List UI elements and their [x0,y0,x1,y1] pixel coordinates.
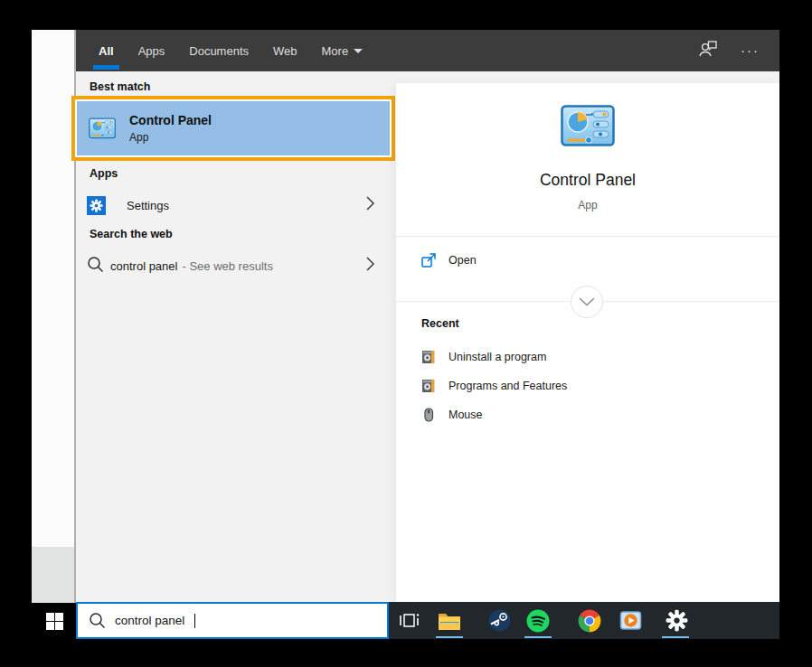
chevron-down-icon [579,297,595,306]
chrome-icon [578,609,601,633]
result-web-search[interactable]: control panel - See web results [76,249,389,283]
settings-gear-icon [666,609,688,632]
mouse-icon [421,408,436,422]
background-window [32,30,74,547]
taskbar [389,602,779,639]
control-panel-icon [89,117,116,139]
file-explorer-icon [438,611,461,631]
windows-logo-icon [46,613,63,630]
start-search-flyout: All Apps Documents Web More [76,30,779,602]
search-icon [89,612,106,629]
best-match-type: App [129,131,212,144]
open-action[interactable]: Open [396,242,779,278]
spotify-icon [526,609,550,633]
tab-web[interactable]: Web [273,30,297,71]
running-indicator [662,636,689,638]
media-player-icon [619,610,642,631]
active-tab-underline [93,65,119,70]
screenshot-root: All Apps Documents Web More [0,0,812,667]
task-view-button[interactable] [391,602,427,639]
tab-all[interactable]: All [99,30,114,71]
running-indicator [436,636,463,638]
taskbar-search-box[interactable]: control panel [76,602,389,639]
result-settings[interactable]: Settings [76,187,389,223]
tab-apps[interactable]: Apps [138,30,165,71]
annotation-highlight-box: Control Panel App [71,96,395,161]
tab-more[interactable]: More [322,30,364,71]
programs-icon [421,379,436,393]
caret-down-icon [354,49,363,53]
background-window-footer [32,547,74,603]
running-indicator [524,636,552,638]
best-match-header: Best match [90,80,150,93]
recent-header: Recent [421,317,459,330]
app-detail-panel: Control Panel App Open [396,83,779,602]
best-match-title: Control Panel [129,113,212,127]
programs-icon [421,350,436,364]
account-icon[interactable] [697,39,719,62]
web-section-header: Search the web [90,228,173,240]
taskbar-spotify[interactable] [520,602,556,639]
expand-chevron-icon[interactable] [364,255,376,277]
search-icon [87,256,104,277]
steam-icon [488,609,511,632]
recent-item-programs-and-features[interactable]: Programs and Features [396,371,779,400]
recent-item-mouse[interactable]: Mouse [396,400,779,429]
search-input-value: control panel [115,614,184,627]
taskbar-media-player[interactable] [612,602,648,639]
web-search-hint: - See web results [182,259,272,273]
text-cursor [194,614,195,628]
start-button[interactable] [40,606,69,635]
settings-app-icon [87,196,106,215]
tab-documents[interactable]: Documents [189,30,249,71]
expand-chevron-icon[interactable] [364,194,376,216]
divider [396,236,779,237]
detail-type: App [396,199,779,211]
search-results-body: Best match Control Panel App Apps [76,71,779,602]
taskbar-chrome[interactable] [571,602,608,639]
result-settings-label: Settings [127,199,169,212]
header-actions: ··· [697,39,779,62]
task-view-icon [399,611,420,630]
open-external-icon [420,252,437,268]
web-search-query: control panel [110,259,177,273]
detail-title: Control Panel [396,171,779,190]
taskbar-steam[interactable] [481,602,517,639]
collapse-panel-button[interactable] [571,286,603,318]
best-match-result-control-panel[interactable]: Control Panel App [77,101,390,155]
taskbar-file-explorer[interactable] [431,602,467,639]
taskbar-settings[interactable] [658,602,694,639]
more-options-icon[interactable]: ··· [741,46,760,55]
recent-item-uninstall-a-program[interactable]: Uninstall a program [396,343,779,371]
control-panel-icon-large [561,105,615,147]
search-filter-tabbar: All Apps Documents Web More [76,30,779,71]
apps-section-header: Apps [90,167,118,180]
open-label: Open [448,254,477,267]
